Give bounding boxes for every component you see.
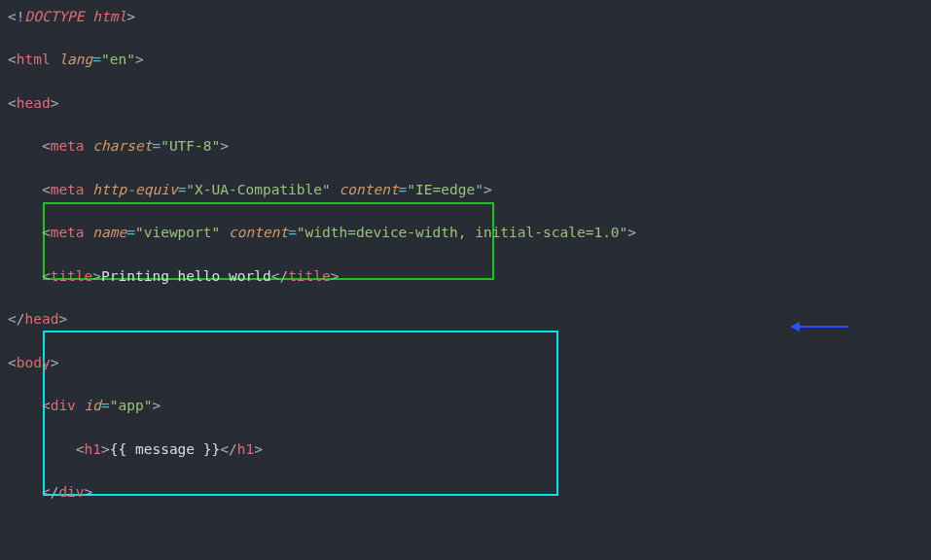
code-content: <!DOCTYPE html> <html lang="en"> <head> … xyxy=(8,6,923,560)
code-editor-view: <!DOCTYPE html> <html lang="en"> <head> … xyxy=(8,6,923,560)
